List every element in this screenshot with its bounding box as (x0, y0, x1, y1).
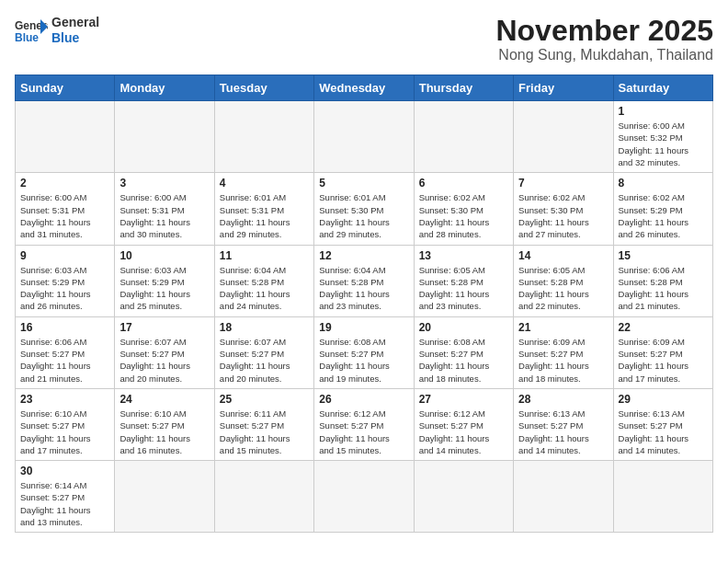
day-info: Sunrise: 6:06 AMSunset: 5:27 PMDaylight:… (20, 336, 109, 385)
day-number: 8 (619, 177, 708, 190)
day-info: Sunrise: 6:13 AMSunset: 5:27 PMDaylight:… (518, 408, 608, 456)
day-header-monday: Monday (115, 75, 214, 101)
day-info: Sunrise: 6:11 AMSunset: 5:27 PMDaylight:… (220, 408, 309, 456)
logo: General Blue General Blue (15, 15, 99, 46)
day-info: Sunrise: 6:00 AMSunset: 5:32 PMDaylight:… (619, 120, 708, 168)
day-info: Sunrise: 6:04 AMSunset: 5:28 PMDaylight:… (319, 264, 408, 313)
calendar-cell: 10Sunrise: 6:03 AMSunset: 5:29 PMDayligh… (115, 245, 214, 316)
calendar-cell: 29Sunrise: 6:13 AMSunset: 5:27 PMDayligh… (613, 388, 712, 460)
calendar-cell (414, 101, 513, 173)
day-info: Sunrise: 6:02 AMSunset: 5:30 PMDaylight:… (518, 191, 608, 240)
logo-icon: General Blue (15, 17, 48, 43)
calendar-cell: 8Sunrise: 6:02 AMSunset: 5:29 PMDaylight… (613, 173, 712, 245)
day-number: 11 (220, 249, 309, 262)
calendar-cell: 6Sunrise: 6:02 AMSunset: 5:30 PMDaylight… (414, 173, 513, 245)
day-number: 13 (419, 249, 508, 262)
calendar-cell: 22Sunrise: 6:09 AMSunset: 5:27 PMDayligh… (613, 316, 712, 388)
day-number: 21 (518, 321, 608, 334)
day-info: Sunrise: 6:04 AMSunset: 5:28 PMDaylight:… (220, 264, 309, 313)
calendar-cell (514, 101, 613, 173)
day-number: 16 (20, 321, 109, 334)
day-info: Sunrise: 6:10 AMSunset: 5:27 PMDaylight:… (20, 408, 109, 456)
day-number: 15 (619, 249, 708, 262)
day-number: 14 (518, 249, 608, 262)
day-info: Sunrise: 6:07 AMSunset: 5:27 PMDaylight:… (119, 336, 209, 385)
day-header-sunday: Sunday (16, 75, 115, 101)
calendar-table: SundayMondayTuesdayWednesdayThursdayFrid… (15, 75, 713, 533)
calendar-cell: 26Sunrise: 6:12 AMSunset: 5:27 PMDayligh… (314, 388, 414, 460)
day-number: 3 (119, 177, 209, 190)
day-number: 27 (419, 393, 508, 406)
page-header: General Blue General Blue November 2025 … (15, 15, 713, 63)
calendar-cell: 23Sunrise: 6:10 AMSunset: 5:27 PMDayligh… (16, 388, 115, 460)
calendar-cell: 24Sunrise: 6:10 AMSunset: 5:27 PMDayligh… (115, 388, 214, 460)
calendar-cell (115, 461, 214, 533)
title-block: November 2025 Nong Sung, Mukdahan, Thail… (495, 15, 713, 63)
calendar-cell: 4Sunrise: 6:01 AMSunset: 5:31 PMDaylight… (214, 173, 313, 245)
day-info: Sunrise: 6:09 AMSunset: 5:27 PMDaylight:… (619, 336, 708, 385)
day-info: Sunrise: 6:00 AMSunset: 5:31 PMDaylight:… (119, 191, 209, 240)
day-number: 23 (20, 393, 109, 406)
day-number: 1 (619, 105, 708, 118)
day-number: 20 (419, 321, 508, 334)
day-number: 6 (419, 177, 508, 190)
day-number: 17 (119, 321, 209, 334)
day-info: Sunrise: 6:00 AMSunset: 5:31 PMDaylight:… (20, 191, 109, 240)
day-info: Sunrise: 6:07 AMSunset: 5:27 PMDaylight:… (220, 336, 309, 385)
calendar-title: November 2025 (495, 15, 713, 47)
day-info: Sunrise: 6:12 AMSunset: 5:27 PMDaylight:… (319, 408, 408, 456)
day-info: Sunrise: 6:03 AMSunset: 5:29 PMDaylight:… (119, 264, 209, 313)
day-header-tuesday: Tuesday (214, 75, 313, 101)
calendar-cell: 3Sunrise: 6:00 AMSunset: 5:31 PMDaylight… (115, 173, 214, 245)
day-number: 30 (20, 465, 109, 477)
logo-blue: Blue (51, 30, 99, 46)
day-info: Sunrise: 6:09 AMSunset: 5:27 PMDaylight:… (518, 336, 608, 385)
calendar-cell: 15Sunrise: 6:06 AMSunset: 5:28 PMDayligh… (613, 245, 712, 316)
calendar-cell: 1Sunrise: 6:00 AMSunset: 5:32 PMDaylight… (613, 101, 712, 173)
calendar-cell: 20Sunrise: 6:08 AMSunset: 5:27 PMDayligh… (414, 316, 513, 388)
calendar-cell (514, 461, 613, 533)
day-header-friday: Friday (514, 75, 613, 101)
calendar-cell: 5Sunrise: 6:01 AMSunset: 5:30 PMDaylight… (314, 173, 414, 245)
day-number: 18 (220, 321, 309, 334)
calendar-cell (16, 101, 115, 173)
calendar-cell (613, 461, 712, 533)
day-info: Sunrise: 6:01 AMSunset: 5:31 PMDaylight:… (220, 191, 309, 240)
calendar-cell: 7Sunrise: 6:02 AMSunset: 5:30 PMDaylight… (514, 173, 613, 245)
day-info: Sunrise: 6:14 AMSunset: 5:27 PMDaylight:… (20, 479, 109, 528)
calendar-subtitle: Nong Sung, Mukdahan, Thailand (495, 47, 713, 63)
calendar-cell: 27Sunrise: 6:12 AMSunset: 5:27 PMDayligh… (414, 388, 513, 460)
calendar-cell (214, 461, 313, 533)
day-number: 26 (319, 393, 408, 406)
calendar-cell: 17Sunrise: 6:07 AMSunset: 5:27 PMDayligh… (115, 316, 214, 388)
day-number: 12 (319, 249, 408, 262)
day-header-wednesday: Wednesday (314, 75, 414, 101)
calendar-cell: 28Sunrise: 6:13 AMSunset: 5:27 PMDayligh… (514, 388, 613, 460)
calendar-cell: 21Sunrise: 6:09 AMSunset: 5:27 PMDayligh… (514, 316, 613, 388)
calendar-cell: 18Sunrise: 6:07 AMSunset: 5:27 PMDayligh… (214, 316, 313, 388)
calendar-cell: 19Sunrise: 6:08 AMSunset: 5:27 PMDayligh… (314, 316, 414, 388)
calendar-cell: 13Sunrise: 6:05 AMSunset: 5:28 PMDayligh… (414, 245, 513, 316)
day-number: 29 (619, 393, 708, 406)
calendar-cell: 30Sunrise: 6:14 AMSunset: 5:27 PMDayligh… (16, 461, 115, 533)
day-number: 22 (619, 321, 708, 334)
day-header-thursday: Thursday (414, 75, 513, 101)
day-number: 28 (518, 393, 608, 406)
day-info: Sunrise: 6:03 AMSunset: 5:29 PMDaylight:… (20, 264, 109, 313)
calendar-cell: 9Sunrise: 6:03 AMSunset: 5:29 PMDaylight… (16, 245, 115, 316)
day-info: Sunrise: 6:12 AMSunset: 5:27 PMDaylight:… (419, 408, 508, 456)
day-number: 10 (119, 249, 209, 262)
day-info: Sunrise: 6:02 AMSunset: 5:30 PMDaylight:… (419, 191, 508, 240)
svg-text:Blue: Blue (15, 31, 39, 43)
day-number: 4 (220, 177, 309, 190)
day-info: Sunrise: 6:06 AMSunset: 5:28 PMDaylight:… (619, 264, 708, 313)
calendar-cell (214, 101, 313, 173)
day-number: 9 (20, 249, 109, 262)
calendar-header-row: SundayMondayTuesdayWednesdayThursdayFrid… (16, 75, 713, 101)
day-info: Sunrise: 6:05 AMSunset: 5:28 PMDaylight:… (518, 264, 608, 313)
day-header-saturday: Saturday (613, 75, 712, 101)
calendar-cell (314, 461, 414, 533)
day-number: 25 (220, 393, 309, 406)
day-number: 7 (518, 177, 608, 190)
day-number: 19 (319, 321, 408, 334)
